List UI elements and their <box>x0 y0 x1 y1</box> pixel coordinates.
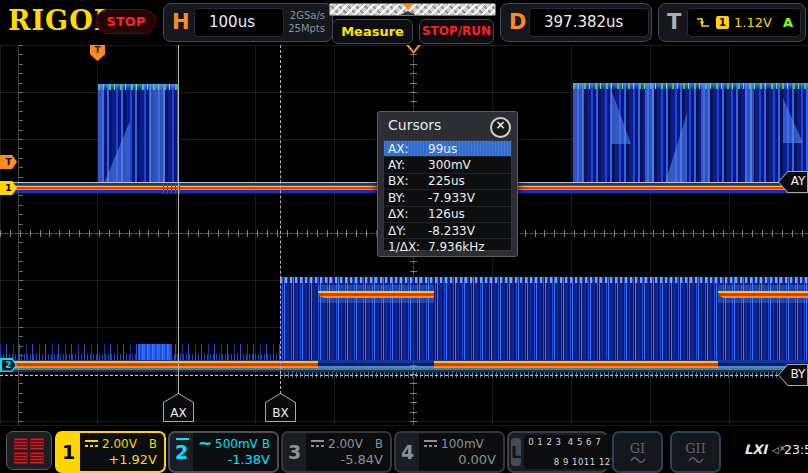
trigger-level: 1.12V <box>734 15 772 30</box>
timebase-value: 100us <box>194 8 284 37</box>
red-waveform-tile-icon <box>14 452 28 464</box>
waveform-grid: AX BX AY BY T T 1 2 Cursors AX:99us AY:3 <box>0 45 808 425</box>
ch3-bandwidth: B <box>375 437 383 451</box>
ch2-scale: 500mV <box>215 437 258 451</box>
gen1-label: GI <box>630 441 646 456</box>
ch2-intensity-line-low <box>0 361 318 368</box>
channel4-info: 100mV 0.00V <box>419 433 503 471</box>
ch2-overbar-icon <box>176 438 189 440</box>
horizontal-label: H <box>172 10 190 34</box>
ch2-bandwidth: B <box>262 437 270 451</box>
acquisition-status-badge: STOP <box>96 9 156 34</box>
cursors-list: AX:99us AY:300mV BX:225us BY:-7.933V ΔX:… <box>383 140 512 251</box>
ch1-bandwidth: B <box>149 437 157 451</box>
sine-wave-icon <box>688 456 704 464</box>
cursors-panel: Cursors AX:99us AY:300mV BX:225us BY:-7.… <box>377 111 518 257</box>
cursor-bx-tag[interactable]: BX <box>265 393 296 422</box>
red-waveform-tile-icon <box>30 452 44 464</box>
ch1-burst2-wedge <box>665 113 687 183</box>
close-icon[interactable] <box>490 117 511 138</box>
ch1-scale: 2.00V <box>102 437 137 451</box>
ch1-burst2-wedge <box>611 89 631 144</box>
overview-notch-icon <box>400 11 416 15</box>
cursor-by-tag-label: BY <box>783 367 808 381</box>
oscilloscope-screen: RIGOL STOP H 100us 2GSa/s 25Mpts Measure… <box>0 0 808 473</box>
channel3-number: 3 <box>283 433 306 471</box>
channel3-info: 2.00V B -5.84V <box>306 433 390 471</box>
horizontal-reference-marker-icon <box>406 45 421 54</box>
ch2-small-burst <box>138 344 172 360</box>
cursor-by-tag[interactable]: BY <box>778 364 808 386</box>
channel2-box[interactable]: 2 500mV B -1.38V <box>168 431 279 473</box>
ch1-dc-coupling-icon <box>85 439 99 449</box>
channel1-number: 1 <box>57 433 80 471</box>
generator2-button[interactable]: GII <box>670 431 721 473</box>
ch1-burst2-litecol <box>645 83 654 183</box>
ch4-scale: 100mV <box>441 437 484 451</box>
cursor-ax-tag[interactable]: AX <box>163 393 194 422</box>
channel4-number: 4 <box>396 433 419 471</box>
ch1-burst2-litecol <box>701 83 709 183</box>
memory-depth: 25Mpts <box>288 23 325 34</box>
ch1-offset: +1.92V <box>85 452 157 467</box>
acquisition-info: 2GSa/s 25Mpts <box>288 9 325 35</box>
falling-edge-icon <box>695 16 711 29</box>
gen2-label: GII <box>685 441 706 456</box>
ch2-intensity-line-high <box>318 291 434 298</box>
trigger-mode: A <box>783 15 793 30</box>
top-bar: RIGOL STOP H 100us 2GSa/s 25Mpts Measure… <box>0 0 808 46</box>
channel3-box[interactable]: 3 2.00V B -5.84V <box>281 431 392 473</box>
cursor-bx-tag-label: BX <box>265 406 296 420</box>
red-waveform-tile-icon <box>14 438 28 450</box>
ch1-burst1-litecol <box>150 84 165 183</box>
ch1-burst-1 <box>98 84 178 183</box>
delay-label: D <box>509 10 526 34</box>
cursor-ay-tag-label: AY <box>783 174 808 188</box>
bottom-bar: 1 2.00V B +1.92V 2 500mV B -1.38V <box>0 425 808 473</box>
cursor-row-dy[interactable]: ΔY:-8.233V <box>384 223 511 239</box>
ch1-burst1-litecol <box>98 84 104 183</box>
delay-value: 397.382us <box>529 8 649 37</box>
ch3-scale: 2.00V <box>328 437 363 451</box>
channel1-box[interactable]: 1 2.00V B +1.92V <box>55 431 166 473</box>
red-waveform-tile-icon <box>30 438 44 450</box>
ch1-burst2-litecol <box>745 83 754 183</box>
channel2-info: 500mV B -1.38V <box>193 433 277 471</box>
stop-run-button[interactable]: STOP/RUN <box>419 19 494 44</box>
cursor-ax-line[interactable] <box>178 45 179 394</box>
cursor-row-bx[interactable]: BX:225us <box>384 174 511 190</box>
cursor-row-by[interactable]: BY:-7.933V <box>384 190 511 206</box>
measure-button[interactable]: Measure <box>332 19 413 44</box>
cursor-row-ax[interactable]: AX:99us <box>384 141 511 157</box>
cursors-panel-title: Cursors <box>388 117 441 133</box>
cursor-ay-tag[interactable]: AY <box>778 171 808 193</box>
trigger-source-badge: 1 <box>716 16 729 29</box>
trigger-level-marker[interactable]: T <box>0 155 17 169</box>
cursor-by-line[interactable] <box>0 375 808 376</box>
ch2-offset: -1.38V <box>198 452 270 467</box>
waveform-position-bar[interactable] <box>329 3 496 16</box>
all-channels-button[interactable] <box>6 431 52 470</box>
trigger-position-marker[interactable]: T <box>90 45 105 61</box>
overview-trigger-marker-icon <box>403 4 413 10</box>
logic-label: L <box>511 438 521 466</box>
system-time: 23:50 <box>784 442 808 457</box>
lxi-status: LXI <box>744 442 767 457</box>
horizontal-menu-button[interactable]: H 100us 2GSa/s 25Mpts <box>163 3 333 42</box>
generator1-button[interactable]: GI <box>612 431 663 473</box>
cursor-row-freq[interactable]: 1/ΔX:7.936kHz <box>384 239 511 254</box>
ch1-burst1-wedge <box>104 121 130 183</box>
ch1-burst2-wedge <box>783 98 803 143</box>
logic-analyzer-box[interactable]: L 0 1 2 3 4 5 6 7 8 9 1011 12131415 <box>507 431 608 473</box>
ch1-burst-2 <box>573 83 808 183</box>
trigger-label: T <box>667 10 681 34</box>
trigger-info: 1 1.12V A <box>687 8 801 37</box>
ch2-intensity-line-high <box>718 291 808 298</box>
channel4-box[interactable]: 4 100mV 0.00V <box>394 431 505 473</box>
cursor-bx-line[interactable] <box>280 45 281 394</box>
cursor-row-ay[interactable]: AY:300mV <box>384 157 511 173</box>
trigger-menu-button[interactable]: T 1 1.12V A <box>658 3 806 42</box>
ch4-offset: 0.00V <box>424 452 496 467</box>
delay-menu-button[interactable]: D 397.382us <box>500 3 652 42</box>
cursor-row-dx[interactable]: ΔX:126us <box>384 207 511 223</box>
